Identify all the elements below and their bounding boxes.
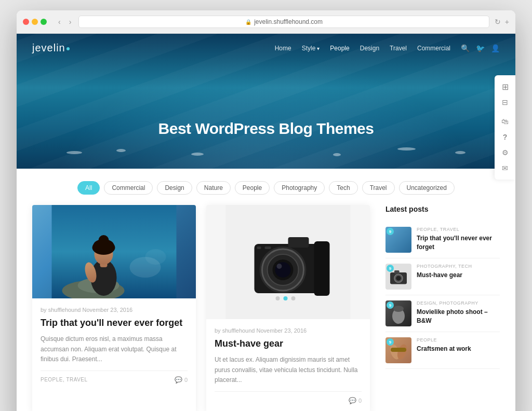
bag-tool-icon[interactable]: 🛍	[498, 114, 512, 129]
nav-design[interactable]: Design	[360, 45, 379, 52]
floating-tools: ⊞ ⊟ 🛍 ? ⚙ ✉	[495, 75, 515, 180]
latest-post-info-2: PHOTOGRAPHY, TECH Must-have gear	[417, 264, 500, 290]
latest-post-thumb-2: 9	[385, 264, 411, 290]
hero-title: Best WordPress Blog Themes	[17, 120, 515, 138]
filter-design[interactable]: Design	[157, 181, 192, 195]
address-bar[interactable]: 🔒 jevelin.shufflehound.com	[78, 16, 489, 28]
filter-travel[interactable]: Travel	[362, 181, 395, 195]
svg-point-33	[393, 306, 404, 312]
mail-tool-icon[interactable]: ✉	[498, 161, 512, 175]
latest-post-thumb-1: 9	[385, 227, 411, 253]
svg-point-24	[276, 296, 280, 300]
svg-rect-30	[394, 270, 400, 273]
nav-style[interactable]: Style	[302, 45, 320, 52]
reload-icon[interactable]: ↻	[495, 18, 501, 26]
post-card-1[interactable]: by shufflehound November 23, 2016 Trip t…	[32, 205, 196, 411]
filter-uncategorized[interactable]: Uncategorized	[399, 181, 455, 195]
latest-post-title-2: Must-have gear	[417, 271, 500, 280]
svg-rect-36	[391, 348, 406, 352]
twitter-icon[interactable]: 🐦	[476, 44, 485, 52]
add-tab-icon[interactable]: +	[505, 18, 509, 26]
filter-people[interactable]: People	[235, 181, 270, 195]
boat-1	[66, 151, 82, 154]
boat-2	[116, 149, 126, 152]
nav-commercial[interactable]: Commercial	[417, 45, 450, 52]
latest-post-thumb-4: 9	[385, 337, 411, 363]
grid-tool-icon[interactable]: ⊟	[498, 95, 512, 109]
post-title-2: Must-have gear	[215, 338, 362, 350]
back-button[interactable]: ‹	[56, 17, 63, 27]
svg-point-8	[99, 235, 109, 245]
browser-nav: ‹ ›	[56, 17, 73, 27]
browser-actions: ↻ +	[495, 18, 509, 26]
lock-icon: 🔒	[245, 19, 251, 25]
latest-post-info-3: DESIGN, PHOTOGRAPHY Movielike photo shoo…	[417, 300, 500, 326]
boat-5	[455, 151, 466, 154]
svg-rect-14	[288, 237, 309, 248]
comment-icon-2: 💬	[349, 397, 356, 404]
filter-commercial[interactable]: Commercial	[104, 181, 153, 195]
svg-point-29	[396, 276, 401, 281]
latest-post-2[interactable]: 9 PHOTOGRAPHY, TECH Must-have gear	[385, 258, 500, 295]
badge-4: 9	[387, 338, 394, 346]
post-image-camera	[206, 205, 370, 319]
post-excerpt-2: Ut et lacus ex. Aliquam dignissim mauris…	[215, 355, 362, 385]
site-header: jevelin Home Style People Design Travel …	[17, 34, 515, 169]
latest-post-cats-1: PEOPLE, TRAVEL	[417, 227, 500, 232]
nav-links: Home Style People Design Travel Commerci…	[275, 45, 450, 52]
nav-people[interactable]: People	[330, 45, 349, 52]
latest-post-title-3: Movielike photo shoot – B&W	[417, 308, 500, 325]
latest-post-title-1: Trip that you'll never ever forget	[417, 234, 500, 252]
post-comments-1: 💬 0	[175, 376, 188, 383]
filter-photography[interactable]: Photography	[274, 181, 325, 195]
post-footer-2: 💬 0	[215, 391, 362, 404]
post-excerpt-1: Quisque dictum eros nisl, a maximus mass…	[41, 334, 188, 364]
filter-tech[interactable]: Tech	[329, 181, 357, 195]
badge-3: 9	[387, 302, 394, 309]
post-comments-2: 💬 0	[349, 397, 362, 404]
latest-post-1[interactable]: 9 PEOPLE, TRAVEL Trip that you'll never …	[385, 222, 500, 258]
svg-rect-23	[265, 246, 271, 249]
latest-post-title-4: Craftsmen at work	[417, 345, 500, 353]
browser-window: ‹ › 🔒 jevelin.shufflehound.com ↻ + jevel…	[17, 10, 515, 411]
sidebar-title: Latest posts	[385, 205, 500, 213]
nav-travel[interactable]: Travel	[390, 45, 407, 52]
filter-bar: All Commercial Design Nature People Phot…	[17, 169, 515, 205]
help-tool-icon[interactable]: ?	[498, 130, 512, 144]
url-text: jevelin.shufflehound.com	[254, 18, 323, 25]
post-footer-1: PEOPLE, TRAVEL 💬 0	[41, 371, 188, 383]
website-content: jevelin Home Style People Design Travel …	[17, 34, 515, 411]
settings-tool-icon[interactable]: ⚙	[498, 145, 512, 160]
latest-post-3[interactable]: 9 DESIGN, PHOTOGRAPHY Movielike photo sh…	[385, 295, 500, 332]
post-meta-1: by shufflehound November 23, 2016	[41, 307, 188, 313]
filter-nature[interactable]: Nature	[196, 181, 231, 195]
traffic-lights	[23, 19, 47, 25]
search-icon[interactable]: 🔍	[461, 44, 470, 52]
post-card-2[interactable]: by shufflehound November 23, 2016 Must-h…	[206, 205, 370, 411]
main-content: by shufflehound November 23, 2016 Trip t…	[17, 205, 515, 411]
nav-bar: jevelin Home Style People Design Travel …	[17, 34, 515, 62]
tool-divider-1	[498, 112, 498, 112]
boat-4	[397, 147, 416, 150]
forward-button[interactable]: ›	[67, 17, 74, 27]
filter-all[interactable]: All	[77, 181, 100, 195]
svg-point-21	[277, 264, 282, 269]
minimize-button[interactable]	[32, 19, 38, 25]
svg-rect-15	[314, 241, 330, 296]
badge-2: 9	[387, 265, 394, 272]
latest-post-4[interactable]: 9 PEOPLE Craftsmen at work	[385, 332, 500, 369]
layers-tool-icon[interactable]: ⊞	[498, 79, 512, 94]
site-logo[interactable]: jevelin	[32, 42, 70, 54]
user-icon[interactable]: 👤	[491, 44, 500, 52]
maximize-button[interactable]	[41, 19, 47, 25]
svg-rect-22	[257, 246, 261, 249]
browser-chrome: ‹ › 🔒 jevelin.shufflehound.com ↻ +	[17, 10, 515, 34]
close-button[interactable]	[23, 19, 29, 25]
post-image-woman	[32, 205, 196, 298]
nav-home[interactable]: Home	[275, 45, 291, 52]
latest-post-cats-2: PHOTOGRAPHY, TECH	[417, 264, 500, 269]
comment-icon-1: 💬	[175, 376, 182, 383]
nav-icons: 🔍 🐦 👤	[461, 44, 500, 52]
camera-svg	[206, 205, 370, 319]
latest-post-info-4: PEOPLE Craftsmen at work	[417, 337, 500, 363]
